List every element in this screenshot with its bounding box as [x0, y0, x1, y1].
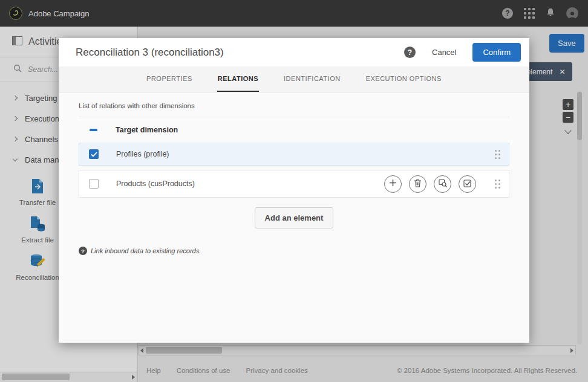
- relations-table-header: Target dimension: [79, 117, 509, 143]
- row-checkbox-checked[interactable]: [89, 149, 99, 159]
- adobe-campaign-logo-icon: [9, 7, 22, 20]
- add-button[interactable]: [384, 175, 402, 193]
- magnifier-box-icon: [439, 179, 447, 189]
- checkbox-check-icon: [463, 179, 472, 189]
- hint-text: Link inbound data to existing records.: [91, 247, 201, 254]
- picker-button[interactable]: [434, 175, 451, 193]
- app-title: Adobe Campaign: [28, 9, 89, 18]
- column-header-target-dimension: Target dimension: [116, 126, 178, 134]
- row-label: Profiles (profile): [116, 150, 169, 158]
- relation-row-products[interactable]: Products (cusProducts): [79, 170, 509, 198]
- trash-icon: [414, 179, 422, 189]
- drag-handle-icon[interactable]: [495, 180, 500, 189]
- select-check-button[interactable]: [459, 175, 476, 193]
- row-actions: [384, 175, 476, 193]
- apps-grid-icon[interactable]: [524, 8, 535, 19]
- dialog-header: Reconciliation 3 (reconciliation3) ? Can…: [59, 38, 529, 66]
- delete-button[interactable]: [409, 175, 426, 193]
- row-label: Products (cusProducts): [116, 180, 195, 188]
- tab-relations[interactable]: RELATIONS: [217, 66, 259, 92]
- relation-row-profiles[interactable]: Profiles (profile): [79, 143, 509, 166]
- hint-row: ? Link inbound data to existing records.: [79, 247, 509, 255]
- add-element-button[interactable]: Add an element: [255, 207, 334, 228]
- topbar: Adobe Campaign ?: [0, 0, 588, 27]
- tab-execution-options[interactable]: EXECUTION OPTIONS: [365, 66, 442, 92]
- info-icon: ?: [79, 247, 87, 255]
- reconciliation-dialog: Reconciliation 3 (reconciliation3) ? Can…: [59, 38, 529, 343]
- dialog-tabs: PROPERTIES RELATIONS IDENTIFICATION EXEC…: [59, 66, 529, 92]
- dialog-title: Reconciliation 3 (reconciliation3): [76, 47, 404, 59]
- plus-circle-icon: [389, 179, 397, 189]
- confirm-button[interactable]: Confirm: [472, 43, 521, 62]
- cancel-button[interactable]: Cancel: [432, 48, 456, 57]
- tab-identification[interactable]: IDENTIFICATION: [283, 66, 341, 92]
- help-icon[interactable]: ?: [404, 47, 416, 58]
- select-all-checkbox[interactable]: [88, 125, 98, 135]
- topbar-actions: ?: [502, 7, 578, 20]
- tab-properties[interactable]: PROPERTIES: [146, 66, 193, 92]
- notifications-bell-icon[interactable]: [546, 7, 555, 20]
- dialog-body: List of relations with other dimensions …: [59, 92, 529, 343]
- relations-list-label: List of relations with other dimensions: [79, 102, 509, 117]
- drag-handle-icon[interactable]: [495, 150, 500, 159]
- help-icon[interactable]: ?: [502, 8, 513, 19]
- row-checkbox-unchecked[interactable]: [89, 179, 99, 189]
- application-window: Adobe Campaign ? Activities: [0, 0, 588, 382]
- account-avatar[interactable]: [566, 7, 578, 19]
